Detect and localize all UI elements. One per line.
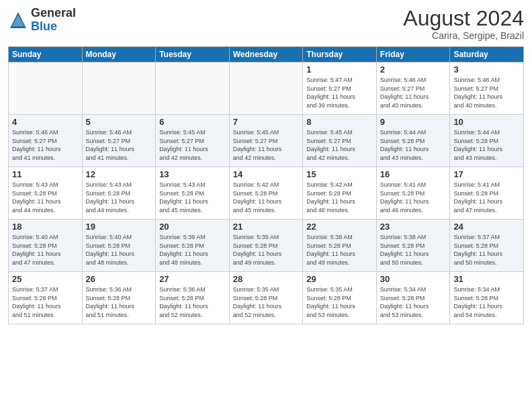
table-row <box>82 62 156 115</box>
col-monday: Monday <box>82 47 156 62</box>
page-container: General Blue August 2024 Carira, Sergipe… <box>0 0 532 331</box>
day-number: 19 <box>86 222 152 232</box>
day-number: 13 <box>159 169 226 179</box>
day-number: 15 <box>306 169 373 179</box>
day-number: 25 <box>12 274 79 284</box>
day-info: Sunrise: 5:43 AMSunset: 5:28 PMDaylight:… <box>86 181 152 214</box>
day-number: 5 <box>86 117 152 127</box>
calendar-week-5: 25Sunrise: 5:37 AMSunset: 5:28 PMDayligh… <box>9 272 524 324</box>
title-block: August 2024 Carira, Sergipe, Brazil <box>403 7 524 41</box>
col-tuesday: Tuesday <box>156 47 230 62</box>
logo-text: General Blue <box>31 7 76 34</box>
day-info: Sunrise: 5:47 AMSunset: 5:27 PMDaylight:… <box>306 76 373 109</box>
calendar-header-row: Sunday Monday Tuesday Wednesday Thursday… <box>9 47 524 62</box>
page-header: General Blue August 2024 Carira, Sergipe… <box>8 7 524 41</box>
table-row: 22Sunrise: 5:38 AMSunset: 5:28 PMDayligh… <box>303 220 377 272</box>
calendar-table: Sunday Monday Tuesday Wednesday Thursday… <box>8 46 524 324</box>
day-info: Sunrise: 5:41 AMSunset: 5:28 PMDaylight:… <box>453 181 520 214</box>
table-row: 1Sunrise: 5:47 AMSunset: 5:27 PMDaylight… <box>303 62 377 115</box>
table-row: 15Sunrise: 5:42 AMSunset: 5:28 PMDayligh… <box>303 167 377 220</box>
day-info: Sunrise: 5:46 AMSunset: 5:27 PMDaylight:… <box>453 76 520 109</box>
day-info: Sunrise: 5:42 AMSunset: 5:28 PMDaylight:… <box>233 181 300 214</box>
day-number: 20 <box>159 222 226 232</box>
day-info: Sunrise: 5:44 AMSunset: 5:28 PMDaylight:… <box>453 128 520 162</box>
day-number: 10 <box>453 117 520 127</box>
table-row: 11Sunrise: 5:43 AMSunset: 5:28 PMDayligh… <box>9 167 83 220</box>
day-number: 9 <box>380 117 447 127</box>
calendar-week-2: 4Sunrise: 5:46 AMSunset: 5:27 PMDaylight… <box>9 115 524 167</box>
table-row: 13Sunrise: 5:43 AMSunset: 5:28 PMDayligh… <box>156 167 230 220</box>
day-info: Sunrise: 5:45 AMSunset: 5:27 PMDaylight:… <box>306 128 373 162</box>
day-info: Sunrise: 5:46 AMSunset: 5:27 PMDaylight:… <box>86 128 152 162</box>
table-row: 29Sunrise: 5:35 AMSunset: 5:28 PMDayligh… <box>303 272 377 324</box>
table-row: 21Sunrise: 5:39 AMSunset: 5:28 PMDayligh… <box>229 220 303 272</box>
table-row: 23Sunrise: 5:38 AMSunset: 5:28 PMDayligh… <box>376 220 450 272</box>
table-row: 16Sunrise: 5:41 AMSunset: 5:28 PMDayligh… <box>376 167 450 220</box>
table-row <box>229 62 303 115</box>
day-number: 26 <box>86 274 152 284</box>
day-number: 17 <box>453 169 520 179</box>
day-number: 14 <box>233 169 300 179</box>
day-number: 12 <box>86 169 152 179</box>
table-row: 3Sunrise: 5:46 AMSunset: 5:27 PMDaylight… <box>450 62 524 115</box>
day-info: Sunrise: 5:37 AMSunset: 5:28 PMDaylight:… <box>453 233 520 267</box>
table-row: 31Sunrise: 5:34 AMSunset: 5:28 PMDayligh… <box>450 272 524 324</box>
table-row: 2Sunrise: 5:46 AMSunset: 5:27 PMDaylight… <box>376 62 450 115</box>
day-info: Sunrise: 5:45 AMSunset: 5:27 PMDaylight:… <box>159 128 226 162</box>
table-row: 20Sunrise: 5:39 AMSunset: 5:28 PMDayligh… <box>156 220 230 272</box>
day-number: 18 <box>12 222 79 232</box>
day-number: 29 <box>306 274 373 284</box>
day-info: Sunrise: 5:38 AMSunset: 5:28 PMDaylight:… <box>380 233 447 267</box>
col-wednesday: Wednesday <box>229 47 303 62</box>
table-row: 27Sunrise: 5:36 AMSunset: 5:28 PMDayligh… <box>156 272 230 324</box>
calendar-week-3: 11Sunrise: 5:43 AMSunset: 5:28 PMDayligh… <box>9 167 524 220</box>
table-row: 12Sunrise: 5:43 AMSunset: 5:28 PMDayligh… <box>82 167 156 220</box>
table-row <box>9 62 83 115</box>
day-info: Sunrise: 5:36 AMSunset: 5:28 PMDaylight:… <box>86 285 152 319</box>
calendar-week-1: 1Sunrise: 5:47 AMSunset: 5:27 PMDaylight… <box>9 62 524 115</box>
day-info: Sunrise: 5:43 AMSunset: 5:28 PMDaylight:… <box>12 181 79 214</box>
day-number: 2 <box>380 64 447 75</box>
day-info: Sunrise: 5:34 AMSunset: 5:28 PMDaylight:… <box>453 285 520 319</box>
table-row: 8Sunrise: 5:45 AMSunset: 5:27 PMDaylight… <box>303 115 377 167</box>
table-row: 5Sunrise: 5:46 AMSunset: 5:27 PMDaylight… <box>82 115 156 167</box>
logo-blue: Blue <box>31 20 76 34</box>
day-number: 24 <box>453 222 520 232</box>
table-row: 7Sunrise: 5:45 AMSunset: 5:27 PMDaylight… <box>229 115 303 167</box>
day-info: Sunrise: 5:41 AMSunset: 5:28 PMDaylight:… <box>380 181 447 214</box>
day-number: 7 <box>233 117 300 127</box>
day-info: Sunrise: 5:40 AMSunset: 5:28 PMDaylight:… <box>12 233 79 267</box>
day-number: 1 <box>306 64 373 75</box>
table-row <box>156 62 230 115</box>
table-row: 25Sunrise: 5:37 AMSunset: 5:28 PMDayligh… <box>9 272 83 324</box>
table-row: 9Sunrise: 5:44 AMSunset: 5:28 PMDaylight… <box>376 115 450 167</box>
day-info: Sunrise: 5:46 AMSunset: 5:27 PMDaylight:… <box>380 76 447 109</box>
table-row: 28Sunrise: 5:35 AMSunset: 5:28 PMDayligh… <box>229 272 303 324</box>
day-number: 8 <box>306 117 373 127</box>
day-number: 31 <box>453 274 520 284</box>
table-row: 14Sunrise: 5:42 AMSunset: 5:28 PMDayligh… <box>229 167 303 220</box>
day-info: Sunrise: 5:34 AMSunset: 5:28 PMDaylight:… <box>380 285 447 319</box>
table-row: 6Sunrise: 5:45 AMSunset: 5:27 PMDaylight… <box>156 115 230 167</box>
logo-icon <box>8 10 28 30</box>
col-thursday: Thursday <box>303 47 377 62</box>
day-number: 27 <box>159 274 226 284</box>
col-sunday: Sunday <box>9 47 83 62</box>
day-info: Sunrise: 5:43 AMSunset: 5:28 PMDaylight:… <box>159 181 226 214</box>
day-info: Sunrise: 5:39 AMSunset: 5:28 PMDaylight:… <box>233 233 300 267</box>
logo: General Blue <box>8 7 76 34</box>
day-info: Sunrise: 5:38 AMSunset: 5:28 PMDaylight:… <box>306 233 373 267</box>
day-number: 30 <box>380 274 447 284</box>
logo-general: General <box>31 7 76 20</box>
table-row: 30Sunrise: 5:34 AMSunset: 5:28 PMDayligh… <box>376 272 450 324</box>
day-info: Sunrise: 5:44 AMSunset: 5:28 PMDaylight:… <box>380 128 447 162</box>
calendar-week-4: 18Sunrise: 5:40 AMSunset: 5:28 PMDayligh… <box>9 220 524 272</box>
col-friday: Friday <box>376 47 450 62</box>
day-number: 22 <box>306 222 373 232</box>
table-row: 17Sunrise: 5:41 AMSunset: 5:28 PMDayligh… <box>450 167 524 220</box>
col-saturday: Saturday <box>450 47 524 62</box>
day-number: 21 <box>233 222 300 232</box>
month-year-title: August 2024 <box>403 7 524 30</box>
table-row: 26Sunrise: 5:36 AMSunset: 5:28 PMDayligh… <box>82 272 156 324</box>
day-info: Sunrise: 5:37 AMSunset: 5:28 PMDaylight:… <box>12 285 79 319</box>
